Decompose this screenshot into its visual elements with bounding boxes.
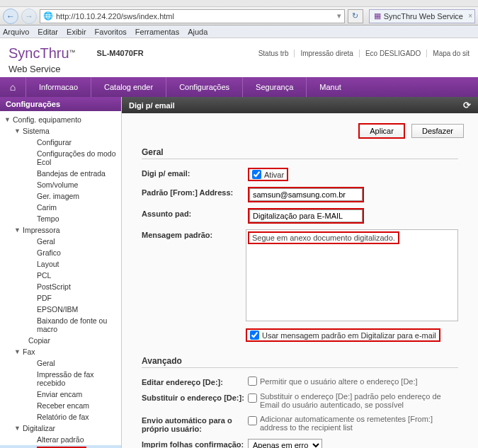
ativar-checkbox[interactable] <box>252 170 261 179</box>
tree-eco[interactable]: Configurações do modo Ecol <box>0 148 121 168</box>
menu-ajuda[interactable]: Ajuda <box>188 28 207 36</box>
section-geral: Geral Digi p/ email: Ativar Padrão [From… <box>122 143 478 352</box>
from-label: Padrão [From:] Address: <box>142 187 248 197</box>
refresh-icon[interactable]: ⟳ <box>463 100 471 110</box>
tree-configurar[interactable]: Configurar <box>0 137 121 148</box>
tree-pdf[interactable]: PDF <box>0 292 121 304</box>
logo-sub-row: Web Service <box>0 64 478 77</box>
tree-geral[interactable]: Geral <box>0 236 121 247</box>
sidebar-title: Configurações <box>0 97 121 111</box>
nav-config[interactable]: Configurações <box>166 77 242 97</box>
expand-icon: ▼ <box>14 425 23 432</box>
address-bar[interactable]: 🌐 http://10.10.24.220/sws/index.html ▾ <box>40 9 345 23</box>
nav-catalog[interactable]: Catalog ender <box>91 77 166 97</box>
geral-title: Geral <box>142 147 458 159</box>
tree-fax-report[interactable]: Relatório de fax <box>0 411 121 423</box>
conf-select[interactable]: Apenas em erro <box>248 439 322 448</box>
close-icon[interactable]: × <box>468 12 472 20</box>
globe-icon: 🌐 <box>43 11 53 21</box>
tree-fax-send[interactable]: Enviar encam <box>0 389 121 400</box>
browser-tab[interactable]: ▦ SyncThru Web Service × <box>369 9 475 23</box>
link-status[interactable]: Status trb <box>253 50 289 57</box>
auto-send-checkbox[interactable] <box>248 416 257 425</box>
tree-pcl[interactable]: PCL <box>0 270 121 281</box>
tree-layout[interactable]: Layout <box>0 258 121 270</box>
tree-digi-email-selected[interactable]: Digi p/ email <box>0 445 121 448</box>
tree-som[interactable]: Som/volume <box>0 179 121 190</box>
tree-copiar[interactable]: Copiar <box>0 335 121 346</box>
use-default-label: Usar mensagem padrão em Digitalizar para… <box>262 331 436 340</box>
ativar-checkbox-wrap[interactable]: Ativar <box>252 170 284 179</box>
main-nav: ⌂ Informacao Catalog ender Configurações… <box>0 77 478 97</box>
tree-grafico[interactable]: Grafico <box>0 247 121 258</box>
menu-editar[interactable]: Editar <box>38 28 58 36</box>
menu-favoritos[interactable]: Favoritos <box>95 28 127 36</box>
addr-dropdown-icon[interactable]: ▾ <box>337 11 341 21</box>
panel-title: Digi p/ email <box>129 101 175 110</box>
tree-fax-print[interactable]: Impressão de fax recebido <box>0 369 121 389</box>
from-highlight <box>248 187 364 202</box>
menu-arquivo[interactable]: Arquivo <box>3 28 29 36</box>
subst-addr-checkbox[interactable] <box>248 394 257 403</box>
tree-digitalizar[interactable]: ▼Digitalizar <box>0 423 121 434</box>
nav-info[interactable]: Informacao <box>25 77 91 97</box>
expand-icon: ▼ <box>14 226 23 234</box>
tree-fonte[interactable]: Baixando de fonte ou macro <box>0 315 121 335</box>
tab-favicon: ▦ <box>374 11 381 21</box>
forward-button[interactable]: → <box>21 8 37 24</box>
edit-addr-label: Editar endereço [De:]: <box>142 377 248 386</box>
tree-carim[interactable]: Carim <box>0 202 121 213</box>
assunto-input[interactable] <box>249 209 363 222</box>
ativar-highlight: Ativar <box>248 168 288 181</box>
assunto-label: Assunto pad: <box>142 208 248 218</box>
logo-subtitle: Web Service <box>8 64 60 74</box>
tree-root[interactable]: ▼Config. equipamento <box>0 114 121 125</box>
auto-send-label: Envio automático para o próprio usuário: <box>142 415 248 433</box>
subst-addr-text: Substituir o endereço [De:] padrão pelo … <box>260 392 458 409</box>
logo-main: SyncThru <box>8 45 69 61</box>
trademark-icon: ™ <box>69 49 76 56</box>
back-button[interactable]: ← <box>3 8 18 24</box>
assunto-highlight <box>248 208 364 224</box>
panel-header: Digi p/ email ⟳ <box>122 97 478 113</box>
nav-security[interactable]: Segurança <box>242 77 306 97</box>
link-eco[interactable]: Eco DESLIGADO <box>359 50 421 57</box>
tree-imagem[interactable]: Ger. imagem <box>0 190 121 202</box>
msg-textarea[interactable]: Segue em anexo documento digitalizado. <box>246 229 458 321</box>
link-sitemap[interactable]: Mapa do sit <box>426 50 470 57</box>
tree-bandejas[interactable]: Bandejas de entrada <box>0 168 121 179</box>
nav-home[interactable]: ⌂ <box>0 77 25 97</box>
main-panel: Digi p/ email ⟳ Aplicar Desfazer Geral D… <box>122 97 478 448</box>
browser-toolbar: ← → 🌐 http://10.10.24.220/sws/index.html… <box>0 7 478 25</box>
undo-button[interactable]: Desfazer <box>411 124 464 138</box>
config-tree: ▼Config. equipamento ▼Sistema Configurar… <box>0 111 121 448</box>
conf-label: Imprim folhas confirmação: <box>142 439 248 448</box>
tab-title: SyncThru Web Service <box>384 12 463 21</box>
apply-button[interactable]: Aplicar <box>358 123 405 139</box>
edit-addr-checkbox[interactable] <box>248 377 257 386</box>
reload-button[interactable]: ↻ <box>348 9 363 23</box>
tree-fax[interactable]: ▼Fax <box>0 346 121 357</box>
from-input[interactable] <box>249 188 363 201</box>
menu-exibir[interactable]: Exibir <box>67 28 86 36</box>
use-default-checkbox[interactable] <box>250 331 259 340</box>
nav-maint[interactable]: Manut <box>306 77 354 97</box>
msg-highlight: Segue em anexo documento digitalizado. <box>248 231 399 244</box>
tree-tempo[interactable]: Tempo <box>0 213 121 224</box>
browser-menu-bar: Arquivo Editar Exibir Favoritos Ferramen… <box>0 25 478 38</box>
msg-label: Mensagem padrão: <box>142 229 246 239</box>
avancado-title: Avançado <box>142 356 458 368</box>
tree-postscript[interactable]: PostScript <box>0 281 121 292</box>
link-direct-print[interactable]: Impressão direta <box>294 50 353 57</box>
tree-impressora[interactable]: ▼Impressora <box>0 224 121 236</box>
tree-fax-recv[interactable]: Receber encam <box>0 400 121 411</box>
tree-sistema[interactable]: ▼Sistema <box>0 125 121 137</box>
menu-ferramentas[interactable]: Ferramentas <box>135 28 179 36</box>
sidebar: Configurações ▼Config. equipamento ▼Sist… <box>0 97 122 448</box>
tree-epson[interactable]: EPSON/IBM <box>0 304 121 315</box>
logo: SyncThru™ <box>8 45 76 62</box>
expand-icon: ▼ <box>14 127 23 134</box>
tree-fax-geral[interactable]: Geral <box>0 357 121 369</box>
use-default-wrap[interactable]: Usar mensagem padrão em Digitalizar para… <box>250 331 436 340</box>
tree-alterar-padrao[interactable]: Alterar padrão <box>0 434 121 445</box>
